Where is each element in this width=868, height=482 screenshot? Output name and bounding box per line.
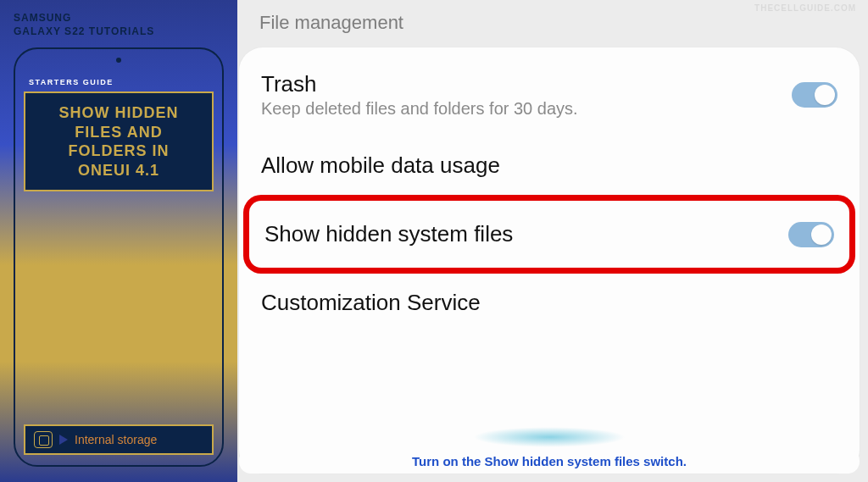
row-hidden-text: Show hidden system files bbox=[264, 221, 771, 247]
row-mobile-data-title: Allow mobile data usage bbox=[261, 152, 837, 179]
row-trash-title: Trash bbox=[261, 71, 775, 97]
row-hidden-title: Show hidden system files bbox=[264, 221, 771, 247]
settings-card: Trash Keep deleted files and folders for… bbox=[239, 47, 860, 474]
chevron-right-icon bbox=[59, 435, 68, 445]
row-trash-text: Trash Keep deleted files and folders for… bbox=[261, 71, 775, 119]
row-customization-service[interactable]: Customization Service bbox=[239, 273, 860, 323]
show-hidden-files-toggle[interactable] bbox=[788, 222, 834, 247]
storage-label: Internal storage bbox=[75, 433, 157, 446]
row-customization-text: Customization Service bbox=[261, 290, 837, 316]
guide-label: STARTERS GUIDE bbox=[29, 78, 214, 86]
row-mobile-data-text: Allow mobile data usage bbox=[261, 152, 837, 179]
title-line-4: ONEUI 4.1 bbox=[32, 161, 205, 180]
row-show-hidden-files[interactable]: Show hidden system files bbox=[249, 201, 849, 268]
row-trash[interactable]: Trash Keep deleted files and folders for… bbox=[239, 54, 860, 136]
brand-line-1: SAMSUNG bbox=[14, 12, 224, 24]
title-line-2: FILES AND bbox=[32, 123, 205, 142]
row-trash-subtitle: Keep deleted files and folders for 30 da… bbox=[261, 99, 775, 119]
camera-dot-icon bbox=[116, 58, 121, 63]
home-icon bbox=[34, 431, 53, 448]
internal-storage-box: Internal storage bbox=[24, 424, 214, 455]
trash-toggle[interactable] bbox=[792, 82, 837, 108]
tutorial-banner: SAMSUNG GALAXY S22 TUTORIALS STARTERS GU… bbox=[0, 0, 237, 482]
tutorial-title-box: SHOW HIDDEN FILES AND FOLDERS IN ONEUI 4… bbox=[24, 91, 214, 191]
title-line-3: FOLDERS IN bbox=[32, 141, 205, 161]
phone-frame: STARTERS GUIDE SHOW HIDDEN FILES AND FOL… bbox=[14, 47, 224, 467]
settings-panel: THECELLGUIDE.COM File management Trash K… bbox=[237, 0, 868, 482]
instruction-caption: Turn on the Show hidden system files swi… bbox=[239, 449, 860, 474]
title-line-1: SHOW HIDDEN bbox=[32, 103, 205, 123]
watermark-text: THECELLGUIDE.COM bbox=[754, 3, 856, 13]
row-mobile-data[interactable]: Allow mobile data usage bbox=[239, 136, 860, 196]
row-customization-title: Customization Service bbox=[261, 290, 837, 316]
brand-line-2: GALAXY S22 TUTORIALS bbox=[14, 25, 224, 37]
